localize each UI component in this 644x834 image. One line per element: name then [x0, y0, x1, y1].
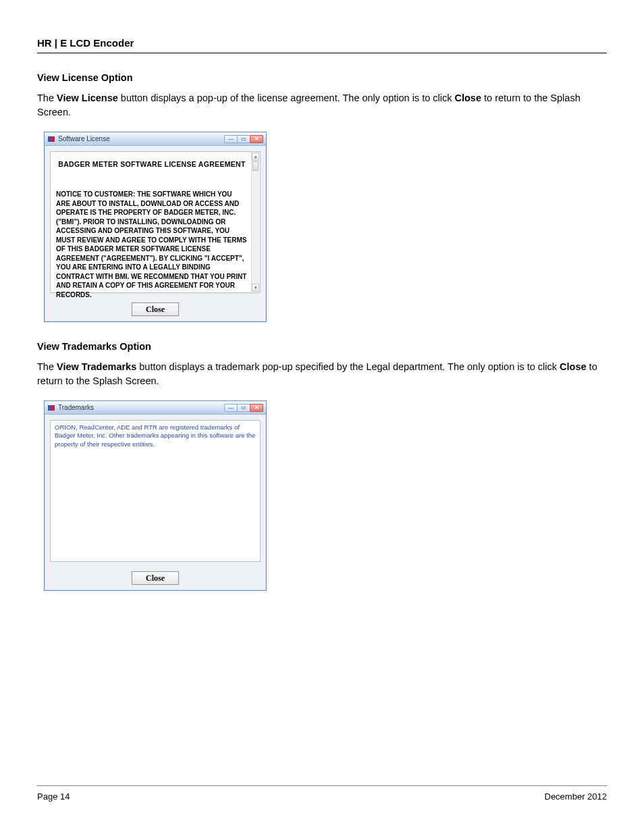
- trademarks-text: ORION, ReadCenter, ADE and RTR are regis…: [55, 423, 256, 448]
- section-heading-trademarks: View Trademarks Option: [37, 341, 607, 352]
- close-button[interactable]: Close: [132, 303, 179, 316]
- scrollbar[interactable]: ▴ ▾: [251, 153, 259, 292]
- close-button[interactable]: Close: [132, 571, 179, 585]
- text: The: [37, 93, 57, 103]
- trademarks-content-box: ORION, ReadCenter, ADE and RTR are regis…: [50, 420, 261, 562]
- window-close-button[interactable]: ✕: [250, 135, 263, 143]
- text-bold: View Trademarks: [57, 361, 136, 372]
- license-notice-text: NOTICE TO CUSTOMER: THE SOFTWARE WHICH Y…: [56, 190, 248, 299]
- minimize-button[interactable]: —: [224, 135, 238, 143]
- license-agreement-title: BADGER METER SOFTWARE LICENSE AGREEMENT: [56, 160, 248, 168]
- svg-rect-2: [48, 405, 51, 411]
- maximize-button[interactable]: ▭: [237, 404, 250, 412]
- text-bold: Close: [560, 361, 587, 372]
- dialog-title: Software License: [58, 135, 225, 142]
- text: The: [37, 361, 57, 372]
- dialog-title: Trademarks: [58, 404, 225, 411]
- svg-rect-3: [51, 405, 55, 411]
- minimize-button[interactable]: —: [224, 404, 238, 412]
- app-icon: [47, 135, 55, 143]
- text-bold: Close: [455, 93, 482, 103]
- page-number: Page 14: [37, 791, 70, 802]
- text-bold: View License: [57, 93, 118, 103]
- scroll-thumb[interactable]: [252, 161, 259, 171]
- svg-rect-0: [48, 136, 51, 142]
- dialog-trademarks: Trademarks — ▭ ✕ ORION, ReadCenter, ADE …: [44, 400, 267, 591]
- app-icon: [47, 404, 55, 412]
- section-heading-license: View License Option: [37, 72, 607, 83]
- license-content-box: BADGER METER SOFTWARE LICENSE AGREEMENT …: [50, 151, 261, 293]
- page-footer: Page 14 December 2012: [37, 785, 607, 802]
- dialog-titlebar[interactable]: Software License — ▭ ✕: [45, 132, 266, 146]
- svg-rect-1: [51, 136, 55, 142]
- text: button displays a trademark pop-up speci…: [136, 361, 560, 372]
- text: button displays a pop-up of the license …: [118, 93, 455, 103]
- scroll-up-icon[interactable]: ▴: [252, 153, 259, 161]
- section2-paragraph: The View Trademarks button displays a tr…: [37, 360, 607, 388]
- dialog-titlebar[interactable]: Trademarks — ▭ ✕: [45, 401, 266, 415]
- section1-paragraph: The View License button displays a pop-u…: [37, 91, 607, 120]
- window-close-button[interactable]: ✕: [250, 404, 263, 412]
- scroll-down-icon[interactable]: ▾: [252, 284, 259, 292]
- dialog-software-license: Software License — ▭ ✕ BADGER METER SOFT…: [44, 132, 267, 322]
- footer-date: December 2012: [545, 791, 608, 802]
- page-header: HR | E LCD Encoder: [37, 37, 607, 53]
- maximize-button[interactable]: ▭: [237, 135, 250, 143]
